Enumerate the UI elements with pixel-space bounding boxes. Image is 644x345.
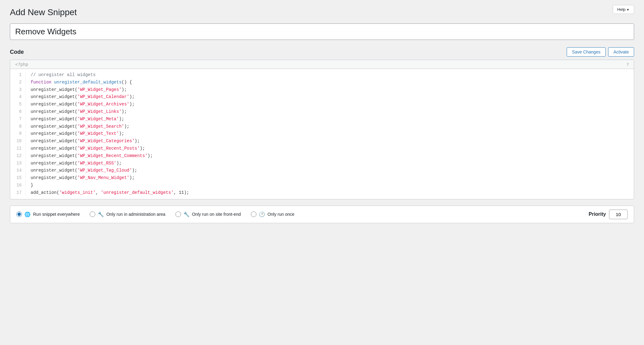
- radio-label-once: Only run once: [268, 212, 294, 217]
- code-line-15: unregister_widget('WP_Nav_Menu_Widget');: [31, 174, 629, 182]
- code-line-17: add_action('widgets_init', 'unregister_d…: [31, 189, 629, 197]
- radio-group-once[interactable]: 🕐 Only run once: [251, 211, 294, 217]
- code-body[interactable]: 1 2 3 4 5 6 7 8 9 10 11 12 13 14 15 16 1…: [10, 69, 634, 199]
- radio-label-everywhere: Run snippet everywhere: [33, 212, 80, 217]
- code-line-3: unregister_widget('WP_Widget_Pages');: [31, 86, 629, 94]
- radio-label-frontend: Only run on site front-end: [192, 212, 241, 217]
- radio-everywhere[interactable]: [16, 211, 22, 217]
- code-editor: <?php ? 1 2 3 4 5 6 7 8 9 10 11 12 13 14…: [10, 60, 634, 199]
- code-line-13: unregister_widget('WP_Widget_RSS');: [31, 160, 629, 167]
- code-header-text: <?php: [15, 62, 28, 67]
- line-num-16: 16: [15, 182, 22, 189]
- line-num-13: 13: [15, 160, 22, 167]
- code-line-1: // unregister all widgets: [31, 71, 629, 79]
- footer-bar: 🌐 Run snippet everywhere 🔧 Only run in a…: [10, 206, 634, 223]
- line-num-10: 10: [15, 138, 22, 145]
- line-num-2: 2: [15, 79, 22, 86]
- line-num-5: 5: [15, 101, 22, 108]
- radio-once[interactable]: [251, 211, 256, 217]
- line-num-11: 11: [15, 145, 22, 152]
- header-buttons: Save Changes Activate: [567, 47, 634, 57]
- code-line-6: unregister_widget('WP_Widget_Links');: [31, 108, 629, 116]
- code-line-7: unregister_widget('WP_Widget_Meta');: [31, 116, 629, 123]
- code-header-bar: <?php ?: [10, 60, 634, 69]
- line-num-9: 9: [15, 130, 22, 138]
- page-wrapper: Help Add New Snippet Code Save Changes A…: [0, 0, 644, 231]
- radio-group-everywhere[interactable]: 🌐 Run snippet everywhere: [16, 211, 80, 217]
- line-num-6: 6: [15, 108, 22, 116]
- question-mark-icon[interactable]: ?: [626, 62, 629, 67]
- code-line-9: unregister_widget('WP_Widget_Text');: [31, 130, 629, 138]
- code-line-14: unregister_widget('WP_Widget_Tag_Cloud')…: [31, 167, 629, 174]
- line-num-3: 3: [15, 86, 22, 94]
- code-line-8: unregister_widget('WP_Widget_Search');: [31, 123, 629, 130]
- activate-button[interactable]: Activate: [608, 47, 634, 57]
- globe-icon: 🌐: [24, 211, 31, 217]
- page-title: Add New Snippet: [10, 7, 634, 17]
- snippet-name-input[interactable]: [10, 23, 634, 40]
- line-num-12: 12: [15, 152, 22, 160]
- line-num-14: 14: [15, 167, 22, 174]
- code-line-4: unregister_widget('WP_Widget_Calendar');: [31, 93, 629, 101]
- code-label: Code: [10, 49, 24, 55]
- save-changes-button[interactable]: Save Changes: [567, 47, 606, 57]
- code-section-header: Code Save Changes Activate: [10, 47, 634, 57]
- line-num-1: 1: [15, 71, 22, 79]
- help-button[interactable]: Help: [613, 5, 634, 14]
- code-line-2: function unregister_default_widgets() {: [31, 79, 629, 86]
- radio-label-admin: Only run in administration area: [106, 212, 165, 217]
- radio-admin[interactable]: [90, 211, 95, 217]
- code-line-10: unregister_widget('WP_Widget_Categories'…: [31, 138, 629, 145]
- priority-input[interactable]: [609, 210, 628, 219]
- radio-frontend[interactable]: [175, 211, 181, 217]
- wrench-icon-admin: 🔧: [98, 211, 104, 217]
- priority-section: Priority: [589, 210, 628, 219]
- priority-label: Priority: [589, 211, 606, 217]
- code-line-11: unregister_widget('WP_Widget_Recent_Post…: [31, 145, 629, 152]
- wrench-icon-frontend: 🔧: [183, 211, 190, 217]
- code-content[interactable]: // unregister all widgets function unreg…: [26, 71, 634, 197]
- line-num-4: 4: [15, 93, 22, 101]
- code-line-12: unregister_widget('WP_Widget_Recent_Comm…: [31, 152, 629, 160]
- line-num-17: 17: [15, 189, 22, 197]
- clock-icon: 🕐: [259, 211, 265, 217]
- line-num-7: 7: [15, 116, 22, 123]
- code-line-16: }: [31, 182, 629, 189]
- radio-group-frontend[interactable]: 🔧 Only run on site front-end: [175, 211, 241, 217]
- line-num-8: 8: [15, 123, 22, 130]
- line-num-15: 15: [15, 174, 22, 182]
- line-numbers: 1 2 3 4 5 6 7 8 9 10 11 12 13 14 15 16 1…: [10, 71, 26, 197]
- radio-group-admin[interactable]: 🔧 Only run in administration area: [90, 211, 165, 217]
- code-line-5: unregister_widget('WP_Widget_Archives');: [31, 101, 629, 108]
